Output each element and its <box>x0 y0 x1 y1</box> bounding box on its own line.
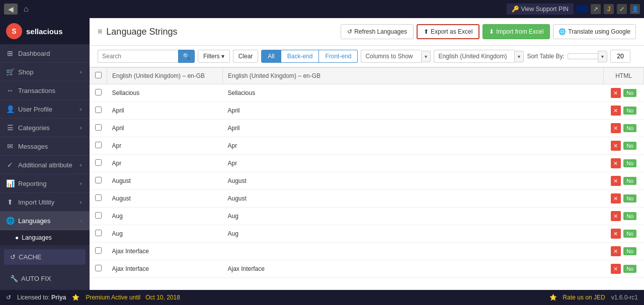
col-header-translation: English (United Kingdom) – en-GB <box>223 68 604 84</box>
action-delete-icon[interactable]: ✕ <box>611 229 621 239</box>
action-no-badge[interactable]: No <box>623 89 636 97</box>
action-delete-icon[interactable]: ✕ <box>611 106 621 116</box>
action-no-badge[interactable]: No <box>623 247 636 255</box>
row-checkbox[interactable] <box>95 142 102 148</box>
sidebar-submenu-item-languages[interactable]: ● Languages <box>0 230 90 245</box>
action-no-badge[interactable]: No <box>623 230 636 238</box>
columns-chevron-icon[interactable]: ▾ <box>421 51 431 62</box>
sidebar-item-dashboard[interactable]: ⊞ Dashboard <box>0 44 90 63</box>
home-icon[interactable]: ⌂ <box>22 3 31 16</box>
cache-button[interactable]: ↺ CACHE <box>4 249 86 265</box>
topbar-left: ◀ ⌂ <box>4 3 31 16</box>
sidebar-item-transactions[interactable]: ↔ Transactions <box>0 81 90 100</box>
back-button[interactable]: ◀ <box>4 4 18 15</box>
sidebar-item-reporting[interactable]: 📊 Reporting ＋ <box>0 174 90 193</box>
cell-translation: Apr <box>223 155 604 172</box>
action-no-badge[interactable]: No <box>623 265 636 273</box>
action-delete-icon[interactable]: ✕ <box>611 141 621 151</box>
row-checkbox[interactable] <box>95 230 102 236</box>
cell-translation: August <box>223 190 604 208</box>
row-checkbox[interactable] <box>95 265 102 271</box>
action-no-badge[interactable]: No <box>623 159 636 167</box>
select-all-checkbox[interactable] <box>95 72 102 78</box>
search-box: 🔍 <box>98 50 195 63</box>
topbar: ◀ ⌂ 🔑 View Support PIN ↗ J ⤢ 👤 <box>0 0 644 18</box>
resize-icon[interactable]: ⤢ <box>617 4 627 14</box>
cell-translation: Aug <box>223 225 604 243</box>
import-excel-button[interactable]: ⬇ Import from Excel <box>482 24 550 39</box>
user-icon[interactable]: 👤 <box>630 4 640 14</box>
languages-icon: 🌐 <box>6 217 14 225</box>
sidebar-item-languages[interactable]: 🌐 Languages － <box>0 212 90 230</box>
user-profile-icon: 👤 <box>6 105 14 113</box>
action-delete-icon[interactable]: ✕ <box>611 264 621 274</box>
col-header-source: English (United Kingdom) – en-GB <box>107 68 223 84</box>
row-checkbox[interactable] <box>95 177 102 183</box>
content-header: ≡ Language Strings ↺ Refresh Languages ⬆… <box>90 18 644 46</box>
cell-translation: August <box>223 172 604 190</box>
logo-icon: S <box>6 23 22 39</box>
page-size-input[interactable] <box>610 50 630 63</box>
action-delete-icon[interactable]: ✕ <box>611 88 621 98</box>
action-delete-icon[interactable]: ✕ <box>611 158 621 168</box>
columns-to-show-dropdown[interactable]: Columns to Show ▾ <box>361 50 431 63</box>
tab-backend[interactable]: Back-end <box>281 50 319 63</box>
attribute-icon: ✓ <box>6 161 14 169</box>
footer: ↺ Licensed to: Priya ⭐ Premium Active un… <box>0 290 644 305</box>
refresh-languages-button[interactable]: ↺ Refresh Languages <box>341 24 414 39</box>
sidebar-item-label: Languages <box>18 217 50 225</box>
sort-chevron-icon[interactable]: ▾ <box>598 51 607 62</box>
sidebar-item-messages[interactable]: ✉ Messages <box>0 137 90 156</box>
tab-all[interactable]: All <box>261 50 281 63</box>
sidebar-item-shop[interactable]: 🛒 Shop ＋ <box>0 63 90 81</box>
action-no-badge[interactable]: No <box>623 194 636 202</box>
footer-version: v1.6.0-rc1 <box>611 294 638 301</box>
clear-button[interactable]: Clear <box>233 50 259 63</box>
action-no-badge[interactable]: No <box>623 212 636 220</box>
row-checkbox[interactable] <box>95 159 102 166</box>
sidebar-item-import-utility[interactable]: ⬆ Import Utility ＋ <box>0 193 90 212</box>
row-checkbox[interactable] <box>95 212 102 219</box>
row-checkbox[interactable] <box>95 89 102 95</box>
action-no-badge[interactable]: No <box>623 177 636 185</box>
open-window-icon[interactable]: ↗ <box>591 4 601 14</box>
action-no-badge[interactable]: No <box>623 142 636 150</box>
export-icon: ⬆ <box>424 28 429 35</box>
action-delete-icon[interactable]: ✕ <box>611 176 621 186</box>
cell-source: Sellacious <box>107 84 223 102</box>
row-checkbox[interactable] <box>95 247 102 254</box>
sort-dropdown[interactable]: ▾ <box>568 51 607 62</box>
row-checkbox[interactable] <box>95 194 102 201</box>
search-input[interactable] <box>98 50 178 63</box>
view-support-pin-button[interactable]: 🔑 View Support PIN <box>507 4 574 15</box>
autofix-button[interactable]: 🔧 AUTO FIX <box>4 271 86 286</box>
table-row: April April ✕ No <box>90 120 644 137</box>
translate-google-button[interactable]: 🌐 Translate using Google <box>553 24 636 39</box>
action-delete-icon[interactable]: ✕ <box>611 193 621 204</box>
cell-source: Ajax Interface <box>107 260 223 278</box>
search-button[interactable]: 🔍 <box>178 50 195 63</box>
export-excel-button[interactable]: ⬆ Export as Excel <box>417 24 479 39</box>
tab-frontend[interactable]: Front-end <box>319 50 358 63</box>
action-no-badge[interactable]: No <box>623 107 636 115</box>
sidebar-logo: S sellacious <box>0 18 90 44</box>
language-dropdown[interactable]: English (United Kingdom) ▾ <box>434 50 524 63</box>
action-delete-icon[interactable]: ✕ <box>611 123 621 133</box>
import-icon: ⬆ <box>6 198 14 206</box>
joomla-icon[interactable]: J <box>604 4 614 14</box>
sidebar-item-additional-attribute[interactable]: ✓ Additional attribute ＋ <box>0 156 90 174</box>
action-delete-icon[interactable]: ✕ <box>611 246 621 256</box>
row-checkbox[interactable] <box>95 107 102 113</box>
row-checkbox[interactable] <box>95 124 102 131</box>
sidebar-item-user-profile[interactable]: 👤 User Profile ＋ <box>0 100 90 119</box>
filters-button[interactable]: Filters ▾ <box>198 50 230 63</box>
tab-group: All Back-end Front-end <box>261 50 358 63</box>
columns-label: Columns to Show <box>361 50 421 63</box>
sidebar-item-categories[interactable]: ☰ Categories ＋ <box>0 119 90 137</box>
cell-source: Aug <box>107 208 223 225</box>
language-chevron-icon[interactable]: ▾ <box>514 51 524 62</box>
action-delete-icon[interactable]: ✕ <box>611 211 621 221</box>
action-no-badge[interactable]: No <box>623 124 636 132</box>
footer-rate-label[interactable]: Rate us on JED <box>563 294 605 301</box>
uk-flag-icon[interactable] <box>577 6 588 13</box>
